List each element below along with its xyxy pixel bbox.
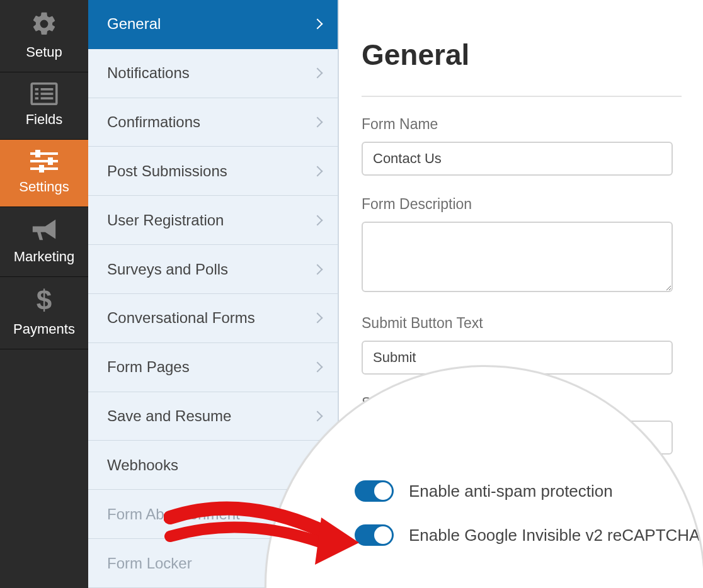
dollar-icon: $ — [33, 287, 55, 317]
submenu-item-label: Save and Resume — [107, 407, 231, 425]
toggle-anti-spam-row: Enable anti-spam protection — [355, 480, 703, 502]
toggle-label: Enable Google Invisible v2 reCAPTCHA — [409, 526, 700, 545]
submenu-item-user-registration[interactable]: User Registration — [88, 196, 338, 245]
submenu-item-label: Form Locker — [107, 555, 192, 572]
page-title: General — [362, 38, 682, 72]
submenu-item-label: Webhooks — [107, 456, 178, 474]
svg-rect-3 — [35, 93, 38, 95]
toggle-recaptcha[interactable] — [355, 524, 394, 546]
submenu-item-label: Form Pages — [107, 358, 190, 376]
svg-rect-11 — [48, 157, 53, 165]
rail-label: Settings — [19, 179, 69, 195]
rail-label: Payments — [13, 321, 75, 337]
svg-rect-5 — [35, 97, 38, 99]
bullhorn-icon — [30, 217, 59, 245]
submenu-item-confirmations[interactable]: Confirmations — [88, 98, 338, 147]
list-icon — [30, 82, 58, 108]
chevron-right-icon — [312, 19, 323, 30]
toggle-recaptcha-row: Enable Google Invisible v2 reCAPTCHA — [355, 524, 703, 546]
submenu-item-label: User Registration — [107, 212, 224, 229]
rail-item-settings[interactable]: Settings — [0, 140, 88, 207]
chevron-right-icon — [312, 68, 323, 79]
svg-rect-4 — [41, 93, 54, 95]
submenu-item-label: Form Abandonment — [107, 506, 240, 523]
form-name-label: Form Name — [362, 116, 682, 133]
svg-text:$: $ — [37, 287, 52, 315]
rail-item-fields[interactable]: Fields — [0, 72, 88, 140]
svg-rect-1 — [35, 88, 38, 91]
rail-item-setup[interactable]: Setup — [0, 0, 88, 72]
rail-item-payments[interactable]: $ Payments — [0, 277, 88, 349]
form-description-textarea[interactable] — [362, 222, 673, 292]
submenu-item-label: Surveys and Polls — [107, 261, 228, 278]
svg-rect-10 — [35, 150, 40, 157]
submenu-item-save-and-resume[interactable]: Save and Resume — [88, 392, 338, 441]
divider — [362, 96, 682, 97]
sliders-icon — [29, 150, 59, 175]
svg-rect-2 — [41, 88, 54, 91]
submenu-item-label: Confirmations — [107, 113, 200, 131]
chevron-right-icon — [312, 313, 323, 324]
rail-label: Setup — [26, 44, 62, 60]
chevron-right-icon — [312, 264, 323, 274]
primary-rail: Setup Fields Settings Marketing $ Paymen… — [0, 0, 88, 588]
toggle-anti-spam[interactable] — [355, 480, 394, 502]
submenu-item-label: Post Submissions — [107, 162, 227, 180]
rail-item-marketing[interactable]: Marketing — [0, 207, 88, 277]
submenu-item-post-submissions[interactable]: Post Submissions — [88, 147, 338, 196]
toggle-label: Enable anti-spam protection — [409, 482, 613, 501]
submenu-item-label: General — [107, 15, 161, 33]
submenu-item-label: Conversational Forms — [107, 309, 255, 327]
chevron-right-icon — [312, 215, 323, 225]
chevron-right-icon — [312, 117, 323, 128]
svg-rect-12 — [39, 165, 44, 172]
submenu-item-label: Notifications — [107, 64, 190, 82]
svg-rect-7 — [30, 152, 58, 155]
rail-label: Marketing — [14, 249, 75, 265]
submit-button-text-label: Submit Button Text — [362, 315, 682, 332]
rail-label: Fields — [26, 111, 63, 128]
svg-rect-8 — [30, 160, 58, 162]
submenu-item-surveys-and-polls[interactable]: Surveys and Polls — [88, 245, 338, 294]
gear-icon — [30, 10, 58, 40]
submenu-item-general[interactable]: General — [88, 0, 338, 49]
submenu-item-conversational-forms[interactable]: Conversational Forms — [88, 294, 338, 343]
form-name-input[interactable] — [362, 142, 673, 176]
chevron-right-icon — [312, 166, 323, 176]
chevron-right-icon — [312, 411, 323, 422]
submenu-item-form-pages[interactable]: Form Pages — [88, 343, 338, 392]
form-description-label: Form Description — [362, 196, 682, 213]
chevron-right-icon — [312, 362, 323, 373]
svg-rect-6 — [41, 97, 54, 99]
submenu-item-notifications[interactable]: Notifications — [88, 49, 338, 98]
